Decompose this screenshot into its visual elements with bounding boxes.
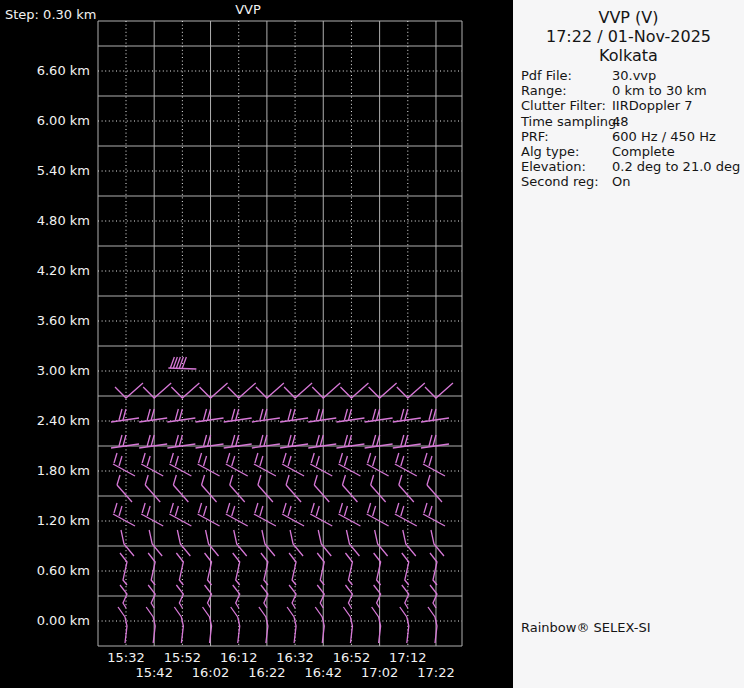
wind-barb: [169, 503, 191, 526]
product-parameters: Pdf File:30.vvpRange:0 km to 30 kmClutte…: [521, 68, 742, 190]
altitude-tick-label: 4.80 km: [0, 213, 90, 228]
altitude-tick-label: 3.00 km: [0, 363, 90, 378]
wind-barb: [336, 409, 364, 422]
parameter-value: Complete: [612, 144, 675, 159]
time-tick-label: 15:42: [135, 665, 172, 680]
wind-profile-plot: [0, 0, 513, 688]
parameter-row: Pdf File:30.vvp: [521, 68, 742, 83]
wind-barb: [262, 530, 275, 556]
wind-barb: [141, 503, 163, 526]
wind-barb: [113, 453, 135, 476]
wind-barb: [310, 453, 332, 476]
wind-barb: [423, 503, 445, 526]
wind-barb: [117, 475, 132, 502]
parameter-label: Elevation:: [521, 159, 612, 174]
time-tick-label: 16:32: [276, 650, 313, 665]
parameter-row: Time sampling:48: [521, 114, 742, 129]
wind-barb: [371, 475, 386, 502]
wind-barb: [367, 503, 389, 526]
parameter-row: Second reg:On: [521, 174, 742, 189]
site-name: Kolkata: [513, 46, 744, 65]
parameter-value: 0.2 deg to 21.0 deg: [612, 159, 740, 174]
wind-barb: [226, 453, 248, 476]
wind-barb: [169, 453, 191, 476]
product-datetime: 17:22 / 01-Nov-2025: [513, 27, 744, 46]
altitude-tick-label: 0.00 km: [0, 613, 90, 628]
time-tick-label: 17:12: [389, 650, 426, 665]
parameter-label: Pdf File:: [521, 68, 612, 83]
wind-barb: [202, 475, 217, 502]
wind-barb: [252, 409, 280, 422]
wind-barb: [206, 530, 219, 556]
wind-barb: [338, 503, 360, 526]
time-tick-label: 17:22: [417, 665, 454, 680]
wind-barb: [113, 503, 135, 526]
time-tick-label: 15:52: [164, 650, 201, 665]
wind-barb: [196, 409, 224, 422]
parameter-row: Clutter Filter:IIRDoppler 7: [521, 98, 742, 113]
wind-barb: [427, 475, 442, 502]
wind-barb: [343, 607, 352, 643]
parameter-value: IIRDoppler 7: [612, 98, 693, 113]
panel-header: VVP (V) 17:22 / 01-Nov-2025 Kolkata: [513, 8, 744, 65]
time-tick-label: 15:32: [107, 650, 144, 665]
wind-barb: [282, 453, 304, 476]
wind-barb: [139, 409, 167, 422]
wind-barb: [118, 607, 127, 643]
wind-barb: [403, 530, 416, 556]
wind-barb: [395, 453, 417, 476]
wind-barb: [198, 503, 220, 526]
time-tick-label: 17:02: [361, 665, 398, 680]
wind-barb: [230, 475, 245, 502]
altitude-tick-label: 1.20 km: [0, 513, 90, 528]
wind-barb: [167, 409, 195, 422]
parameter-label: Alg type:: [521, 144, 612, 159]
parameter-label: Time sampling:: [521, 114, 612, 129]
wind-barb: [226, 503, 248, 526]
parameter-value: On: [612, 174, 630, 189]
altitude-tick-label: 0.60 km: [0, 563, 90, 578]
product-title: VVP (V): [513, 8, 744, 27]
wind-barb: [431, 530, 444, 556]
altitude-tick-label: 5.40 km: [0, 163, 90, 178]
wind-barb: [141, 453, 163, 476]
parameter-value: 30.vvp: [612, 68, 656, 83]
wind-barb: [421, 409, 449, 422]
wind-barb: [399, 475, 414, 502]
wind-barb: [393, 409, 421, 422]
parameter-value: 600 Hz / 450 Hz: [612, 129, 716, 144]
parameter-label: Clutter Filter:: [521, 98, 612, 113]
wind-barb: [286, 475, 301, 502]
product-info-panel: VVP (V) 17:22 / 01-Nov-2025 Kolkata Pdf …: [513, 0, 744, 688]
wind-barbs: [111, 357, 453, 643]
wind-barb: [287, 607, 296, 643]
wind-barb: [149, 530, 162, 556]
chart-title: VVP: [98, 2, 398, 17]
wind-barb: [423, 453, 445, 476]
altitude-tick-label: 4.20 km: [0, 263, 90, 278]
wind-barb: [234, 530, 247, 556]
wind-barb: [367, 453, 389, 476]
wind-barb: [254, 453, 276, 476]
wind-barb: [318, 530, 331, 556]
parameter-row: Range:0 km to 30 km: [521, 83, 742, 98]
wind-barb: [198, 453, 220, 476]
wind-barb: [145, 475, 160, 502]
wind-barb: [342, 475, 357, 502]
altitude-tick-label: 6.00 km: [0, 113, 90, 128]
altitude-tick-label: 3.60 km: [0, 313, 90, 328]
wind-barb: [308, 409, 336, 422]
time-tick-label: 16:42: [305, 665, 342, 680]
wind-barb: [375, 530, 388, 556]
wind-barb: [231, 607, 240, 643]
vendor-branding: Rainbow® SELEX-SI: [521, 620, 651, 635]
time-tick-label: 16:12: [220, 650, 257, 665]
wind-barb: [400, 607, 409, 643]
wind-barb: [290, 530, 303, 556]
time-tick-label: 16:22: [248, 665, 285, 680]
parameter-value: 48: [612, 114, 629, 129]
altitude-tick-label: 1.80 km: [0, 463, 90, 478]
grid-lines: [98, 21, 462, 646]
wind-barb: [280, 409, 308, 422]
parameter-label: Range:: [521, 83, 612, 98]
